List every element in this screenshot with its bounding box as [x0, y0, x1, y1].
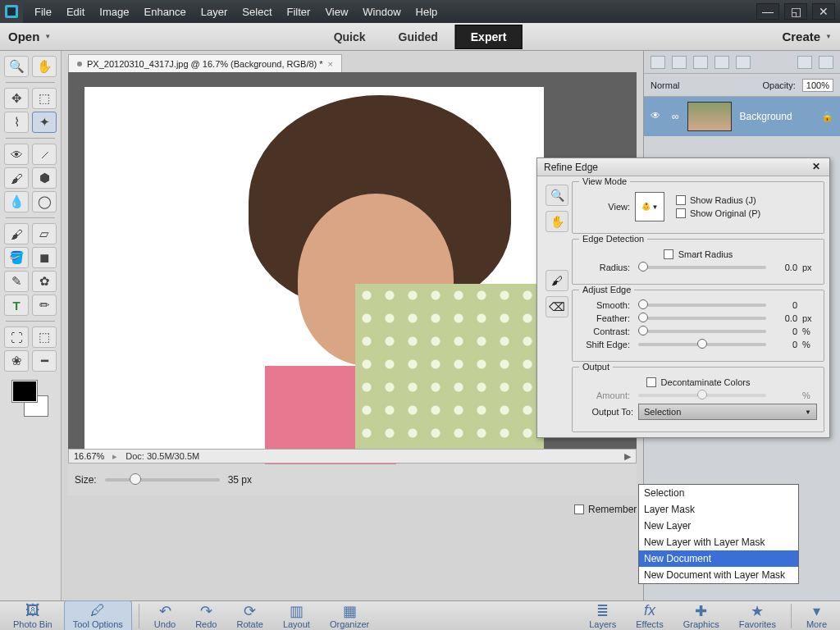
- open-dropdown-icon[interactable]: ▼: [44, 33, 51, 40]
- dropdown-option[interactable]: Layer Mask: [639, 501, 798, 518]
- paint-bucket-tool[interactable]: 🪣: [4, 247, 29, 268]
- move-tool[interactable]: ✥: [4, 88, 29, 109]
- clone-stamp-tool[interactable]: ⬢: [32, 167, 57, 189]
- link-layer-icon[interactable]: [736, 56, 751, 69]
- brush-tool[interactable]: 🖌: [4, 223, 29, 244]
- pencil-tool[interactable]: ✏: [32, 294, 57, 316]
- recompose-tool[interactable]: ⬚: [32, 326, 57, 348]
- dropdown-option[interactable]: Selection: [639, 485, 798, 501]
- blur-tool[interactable]: 💧: [4, 191, 29, 212]
- menu-select[interactable]: Select: [242, 6, 272, 18]
- layout-button[interactable]: ▥Layout: [275, 601, 318, 631]
- menu-edit[interactable]: Edit: [66, 6, 84, 18]
- tab-close-icon[interactable]: ×: [328, 59, 333, 69]
- type-tool[interactable]: T: [4, 294, 29, 316]
- organizer-button[interactable]: ▦Organizer: [322, 601, 377, 631]
- adj-layer-icon[interactable]: [693, 56, 708, 69]
- contrast-slider[interactable]: [638, 330, 766, 333]
- effects-button[interactable]: fxEffects: [628, 601, 671, 631]
- refine-radius-tool[interactable]: 🖌: [546, 270, 568, 291]
- gradient-tool[interactable]: ◼: [32, 247, 57, 268]
- document-tab[interactable]: PX_20120310_4317J.jpg @ 16.7% (Backgroun…: [68, 54, 342, 72]
- smooth-slider[interactable]: [638, 304, 766, 307]
- menu-file[interactable]: File: [34, 6, 52, 18]
- lock-layer-icon[interactable]: [714, 56, 729, 69]
- layer-thumbnail[interactable]: [687, 102, 732, 131]
- dropdown-option-selected[interactable]: New Document: [639, 550, 798, 567]
- tool-options-button[interactable]: 🖊Tool Options: [64, 600, 132, 631]
- panel-menu-icon[interactable]: [819, 56, 833, 69]
- zoom-tool[interactable]: 🔍: [4, 56, 29, 77]
- redeye-tool[interactable]: 👁: [4, 144, 29, 165]
- mode-quick[interactable]: Quick: [318, 25, 381, 49]
- quick-select-tool[interactable]: ✦: [32, 112, 57, 133]
- layer-group-icon[interactable]: [672, 56, 687, 69]
- menu-enhance[interactable]: Enhance: [144, 6, 186, 18]
- zoom-level[interactable]: 16.67%: [74, 451, 104, 461]
- dropdown-option[interactable]: New Layer with Layer Mask: [639, 534, 798, 550]
- hand-tool[interactable]: ✋: [32, 56, 57, 77]
- dropdown-option[interactable]: New Layer: [639, 518, 798, 534]
- scroll-right-icon[interactable]: ▶: [624, 451, 631, 462]
- more-button[interactable]: ▾More: [798, 601, 835, 631]
- menu-layer[interactable]: Layer: [201, 6, 228, 18]
- marquee-tool[interactable]: ⬚: [32, 88, 57, 109]
- output-to-dropdown[interactable]: Selection Layer Mask New Layer New Layer…: [638, 484, 799, 584]
- open-button[interactable]: Open: [8, 30, 39, 43]
- straighten-tool[interactable]: ━: [32, 350, 57, 372]
- radius-slider[interactable]: [638, 266, 766, 269]
- layer-row-background[interactable]: 👁 ∞ Background 🔒: [644, 97, 840, 136]
- cookie-cutter-tool[interactable]: ❀: [4, 350, 29, 372]
- opacity-value[interactable]: 100%: [802, 79, 833, 92]
- menu-help[interactable]: Help: [416, 6, 438, 18]
- blend-mode-select[interactable]: Normal: [651, 80, 756, 90]
- link-icon[interactable]: ∞: [672, 111, 679, 122]
- erase-refinements-tool[interactable]: ⌫: [546, 296, 568, 317]
- menu-window[interactable]: Window: [363, 6, 400, 18]
- new-layer-icon[interactable]: [651, 56, 665, 69]
- smart-radius-checkbox[interactable]: [664, 249, 673, 259]
- minimize-button[interactable]: —: [756, 3, 779, 20]
- graphics-button[interactable]: ✚Graphics: [675, 601, 728, 631]
- eyedropper-tool[interactable]: ✎: [4, 271, 29, 292]
- shift-edge-slider[interactable]: [638, 343, 766, 346]
- menu-filter[interactable]: Filter: [287, 6, 311, 18]
- size-slider[interactable]: [105, 478, 220, 482]
- close-button[interactable]: ✕: [812, 3, 835, 20]
- canvas[interactable]: [84, 87, 544, 456]
- view-mode-select[interactable]: 👶▼: [635, 192, 664, 221]
- undo-button[interactable]: ↶Undo: [146, 601, 184, 631]
- layers-button[interactable]: ≣Layers: [581, 601, 624, 631]
- decontaminate-checkbox[interactable]: [646, 377, 656, 387]
- eraser-tool[interactable]: ▱: [32, 223, 57, 244]
- create-dropdown-icon[interactable]: ▼: [825, 33, 832, 40]
- spot-heal-tool[interactable]: ⟋: [32, 144, 57, 165]
- redo-button[interactable]: ↷Redo: [187, 601, 225, 631]
- smart-brush-tool[interactable]: 🖌: [4, 167, 29, 189]
- favorites-button[interactable]: ★Favorites: [731, 601, 784, 631]
- crop-tool[interactable]: ⛶: [4, 326, 29, 348]
- show-original-checkbox[interactable]: [676, 208, 686, 218]
- create-button[interactable]: Create: [782, 30, 820, 43]
- show-radius-checkbox[interactable]: [676, 195, 686, 205]
- shape-tool[interactable]: ✿: [32, 271, 57, 292]
- delete-layer-icon[interactable]: [797, 56, 812, 69]
- mode-expert[interactable]: Expert: [455, 25, 523, 49]
- mode-guided[interactable]: Guided: [383, 25, 454, 49]
- feather-slider[interactable]: [638, 317, 766, 320]
- color-swatches[interactable]: [12, 381, 48, 417]
- visibility-icon[interactable]: 👁: [651, 110, 664, 123]
- menu-view[interactable]: View: [325, 6, 348, 18]
- menu-image[interactable]: Image: [99, 6, 129, 18]
- remember-checkbox[interactable]: [574, 504, 584, 514]
- dialog-zoom-tool[interactable]: 🔍: [546, 185, 568, 206]
- photo-bin-button[interactable]: 🖼Photo Bin: [5, 601, 61, 631]
- rotate-button[interactable]: ⟳Rotate: [228, 601, 271, 631]
- sponge-tool[interactable]: ◯: [32, 191, 57, 212]
- dialog-hand-tool[interactable]: ✋: [546, 211, 568, 232]
- output-to-select[interactable]: Selection▼: [638, 404, 817, 420]
- maximize-button[interactable]: ◱: [784, 3, 807, 20]
- lasso-tool[interactable]: ⌇: [4, 112, 29, 133]
- dropdown-option[interactable]: New Document with Layer Mask: [639, 567, 798, 583]
- dialog-close-icon[interactable]: ✕: [810, 161, 823, 174]
